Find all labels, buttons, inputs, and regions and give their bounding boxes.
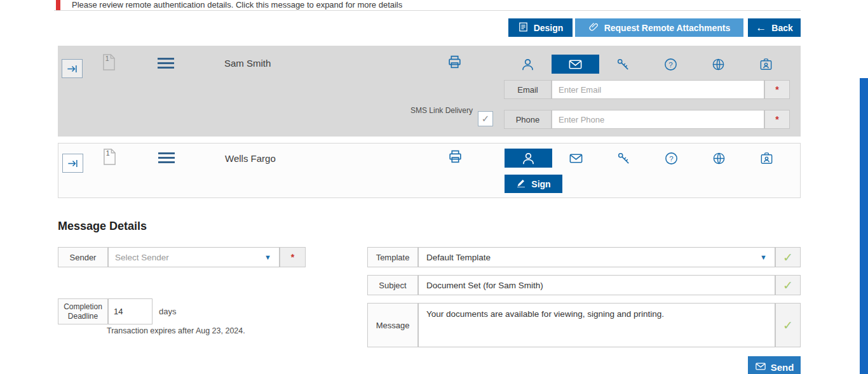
template-dropdown[interactable]: Default Template ▼ <box>418 247 775 267</box>
email-required-marker: * <box>764 80 790 99</box>
assign-signer-button[interactable] <box>62 154 83 173</box>
drag-handle-icon[interactable] <box>158 152 175 163</box>
question-auth-icon[interactable]: ? <box>648 149 695 168</box>
password-auth-icon[interactable] <box>599 55 647 74</box>
message-textarea[interactable]: Your documents are available for viewing… <box>418 303 775 347</box>
sender-field-label: Sender <box>58 247 108 267</box>
svg-text:?: ? <box>669 154 673 162</box>
back-arrow-icon: ← <box>756 22 766 33</box>
send-button-label: Send <box>771 362 794 373</box>
subject-input[interactable] <box>418 275 775 295</box>
subject-valid-check-icon: ✓ <box>775 275 801 295</box>
alert-accent-bar <box>56 0 60 10</box>
email-input[interactable] <box>552 80 764 99</box>
print-icon[interactable] <box>447 149 463 167</box>
sign-button[interactable]: Sign <box>505 175 562 193</box>
phone-required-marker: * <box>764 110 790 129</box>
phone-input[interactable] <box>552 110 764 129</box>
message-valid-check-icon: ✓ <box>775 303 801 347</box>
design-button[interactable]: Design <box>508 18 573 37</box>
recipient-name: Wells Fargo <box>225 152 276 166</box>
drag-handle-icon[interactable] <box>158 58 174 69</box>
in-person-delivery-icon[interactable] <box>504 55 552 74</box>
deadline-unit-label: days <box>159 298 176 324</box>
pen-icon <box>516 178 526 190</box>
sms-link-delivery-checkbox[interactable]: ✓ <box>478 111 493 126</box>
kiosk-delivery-icon[interactable] <box>742 55 790 74</box>
sender-dropdown[interactable]: Select Sender ▼ <box>108 247 280 267</box>
design-icon <box>518 22 529 34</box>
document-count-badge: 1 <box>105 55 109 62</box>
send-envelope-icon <box>755 361 766 374</box>
paperclip-icon <box>588 22 599 34</box>
document-count-badge: 1 <box>106 149 110 157</box>
message-field-label: Message <box>367 303 418 347</box>
recipient-row-sam-smith: 1 Sam Smith ? Email * SMS Link Delivery <box>58 46 801 137</box>
svg-text:?: ? <box>668 60 672 68</box>
back-button-label: Back <box>771 23 792 33</box>
notification-text: Please review remote authentication deta… <box>72 0 402 10</box>
back-button[interactable]: ← Back <box>748 18 801 37</box>
recipient-name: Sam Smith <box>224 57 271 70</box>
sign-button-label: Sign <box>531 179 550 189</box>
send-button[interactable]: Send <box>748 356 801 374</box>
completion-deadline-input[interactable] <box>108 298 153 324</box>
template-dropdown-value: Default Template <box>426 253 491 262</box>
chevron-down-icon: ▼ <box>760 254 767 261</box>
recipient-row-wells-fargo: 1 Wells Fargo ? Sign <box>58 143 801 198</box>
design-button-label: Design <box>534 23 564 33</box>
assign-signer-button[interactable] <box>62 59 83 78</box>
page-scrollbar[interactable] <box>860 78 868 374</box>
expiry-note: Transaction expires after Aug 23, 2024. <box>107 326 245 335</box>
document-count-icon[interactable]: 1 <box>102 53 116 74</box>
remote-auth-globe-icon[interactable] <box>695 149 743 168</box>
print-icon[interactable] <box>447 54 463 72</box>
notification-banner[interactable]: Please review remote authentication deta… <box>54 0 801 11</box>
sms-link-delivery-label: SMS Link Delivery <box>404 106 473 116</box>
app-root: Please review remote authentication deta… <box>0 0 868 374</box>
sender-dropdown-value: Select Sender <box>115 253 169 262</box>
message-details-heading: Message Details <box>58 220 147 233</box>
email-delivery-icon[interactable] <box>552 149 600 168</box>
chevron-down-icon: ▼ <box>264 254 271 261</box>
document-count-icon[interactable]: 1 <box>102 148 117 168</box>
in-person-delivery-icon[interactable] <box>505 149 552 168</box>
request-remote-attachments-label: Request Remote Attachments <box>604 23 731 33</box>
kiosk-delivery-icon[interactable] <box>743 149 790 168</box>
template-field-label: Template <box>367 247 418 267</box>
request-remote-attachments-button[interactable]: Request Remote Attachments <box>575 18 743 37</box>
phone-field-label: Phone <box>504 110 552 129</box>
email-field-label: Email <box>504 80 552 99</box>
template-valid-check-icon: ✓ <box>775 247 801 267</box>
subject-field-label: Subject <box>367 275 418 295</box>
remote-auth-globe-icon[interactable] <box>695 55 742 74</box>
question-auth-icon[interactable]: ? <box>647 55 695 74</box>
checkbox-check-icon: ✓ <box>482 113 490 124</box>
email-delivery-icon[interactable] <box>552 55 599 74</box>
password-auth-icon[interactable] <box>600 149 648 168</box>
sender-required-marker: * <box>280 247 306 267</box>
completion-deadline-label: Completion Deadline <box>58 298 108 324</box>
